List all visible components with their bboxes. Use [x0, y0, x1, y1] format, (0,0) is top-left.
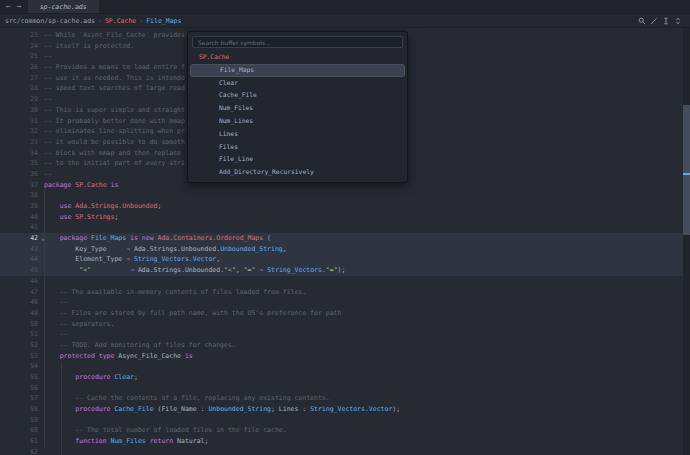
symbol-palette: SP.CacheFile_MapsClearCache_FileNum_File… — [187, 31, 408, 183]
symbol-item[interactable]: Num_Files — [190, 102, 405, 115]
code-text: use Ada.Strings.Unbounded; — [38, 201, 161, 212]
code-text: function Num_Files return Natural; — [38, 436, 208, 447]
line-number: 39 — [0, 201, 38, 212]
line-number: 51 — [0, 329, 38, 340]
code-text: -- block with mmap and then replace — [38, 148, 185, 159]
code-text: -- Provides a means to load entire f — [38, 62, 185, 73]
code-text: -- use it as needed. This is intende — [38, 73, 185, 84]
code-line[interactable]: 39 use Ada.Strings.Unbounded; — [0, 201, 683, 212]
line-number: 23 — [0, 30, 38, 41]
code-line[interactable]: 56 — [0, 383, 683, 394]
code-text: -- separators. — [38, 319, 114, 330]
code-text: -- This is super simple and straight — [38, 105, 185, 116]
line-number: 35 — [0, 158, 38, 169]
back-arrow-icon[interactable]: ← — [6, 0, 11, 14]
symbol-item[interactable]: Lines — [190, 128, 405, 141]
symbol-item[interactable]: Cache_File — [190, 89, 405, 102]
breadcrumb-package[interactable]: SP.Cache — [105, 17, 136, 25]
code-line[interactable]: 40 use SP.Strings; — [0, 212, 683, 223]
code-line[interactable]: 46 — [0, 276, 683, 287]
breadcrumb-separator: › — [136, 17, 146, 25]
line-number: 24 — [0, 41, 38, 52]
line-number: 58 — [0, 404, 38, 415]
code-text: -- Files are stored by full path name, w… — [38, 308, 341, 319]
scrollbar-cursor-marker — [683, 173, 690, 175]
line-number: 34 — [0, 148, 38, 159]
code-line[interactable]: 44 Element_Type ⇒ String_Vectors.Vector, — [0, 254, 683, 265]
code-text: Key_Type ⇒ Ada.Strings.Unbounded.Unbound… — [38, 244, 287, 255]
line-number: 50 — [0, 319, 38, 330]
code-line[interactable]: 43 Key_Type ⇒ Ada.Strings.Unbounded.Unbo… — [0, 244, 683, 255]
code-line[interactable]: 57 -- Cache the contents of a file, repl… — [0, 393, 683, 404]
line-number: 33 — [0, 137, 38, 148]
symbol-item[interactable]: Clear — [190, 77, 405, 90]
line-number: 45 — [0, 265, 38, 276]
pencil-icon[interactable] — [650, 17, 658, 25]
indent-guide — [61, 362, 62, 455]
line-number: 62 — [0, 447, 38, 455]
line-number: 44 — [0, 254, 38, 265]
code-text: procedure Cache_File (File_Name : Unboun… — [38, 404, 400, 415]
code-text — [38, 447, 44, 455]
line-number: 53 — [0, 351, 38, 362]
code-line[interactable]: 58 procedure Cache_File (File_Name : Unb… — [0, 404, 683, 415]
code-line[interactable]: 47 -- The available in-memory contents o… — [0, 287, 683, 298]
code-line[interactable]: 62 — [0, 447, 683, 455]
code-text: -- The available in-memory contents of f… — [38, 287, 306, 298]
tab-label: sp-cache.ads — [40, 3, 87, 11]
code-line[interactable]: 51 -- — [0, 329, 683, 340]
code-line[interactable]: 59 — [0, 415, 683, 426]
code-line[interactable]: 55 procedure Clear; — [0, 372, 683, 383]
breadcrumb-symbol[interactable]: File_Maps — [146, 17, 181, 25]
indent-guide — [44, 190, 45, 447]
scrollbar-track[interactable] — [683, 28, 690, 455]
symbol-item[interactable]: File_Maps — [190, 64, 405, 77]
symbol-item[interactable]: SP.Cache — [190, 51, 405, 64]
line-number: 41 — [0, 222, 38, 233]
breadcrumb-file-path[interactable]: src/common/sp-cache.ads — [5, 17, 95, 25]
code-line[interactable]: 48 -- — [0, 297, 683, 308]
line-number: 61 — [0, 436, 38, 447]
symbol-item[interactable]: Num_Lines — [190, 115, 405, 128]
code-text: -- While `Async_File_Cache` provides — [38, 30, 185, 41]
symbol-item[interactable]: File_Line — [190, 153, 405, 166]
code-line[interactable]: 49 -- Files are stored by full path name… — [0, 308, 683, 319]
nav-arrows: ← → — [0, 0, 28, 13]
toolbar-icons — [638, 17, 685, 25]
line-number: 56 — [0, 383, 38, 394]
code-text: -- It probably better done with mmap — [38, 116, 185, 127]
line-number: 25 — [0, 51, 38, 62]
symbol-item[interactable]: Add_Directory_Recursively — [190, 166, 405, 179]
tab-sp-cache[interactable]: sp-cache.ads — [28, 0, 99, 13]
line-number: 26 — [0, 62, 38, 73]
code-text: use SP.Strings; — [38, 212, 118, 223]
code-line[interactable]: 54 — [0, 361, 683, 372]
line-number: 38 — [0, 190, 38, 201]
code-line[interactable]: 52 -- TODO: Add monitoring of files for … — [0, 340, 683, 351]
forward-arrow-icon[interactable]: → — [17, 0, 22, 14]
symbol-item[interactable]: Files — [190, 141, 405, 154]
symbol-search-input[interactable] — [192, 36, 403, 48]
code-text: -- Cache the contents of a file, replaci… — [38, 393, 330, 404]
code-line[interactable]: 38 — [0, 190, 683, 201]
line-number: 54 — [0, 361, 38, 372]
line-number: 42 — [0, 233, 38, 244]
code-text: -- The total number of loaded files in t… — [38, 425, 287, 436]
line-number: 48 — [0, 297, 38, 308]
code-line[interactable]: 61 function Num_Files return Natural; — [0, 436, 683, 447]
ibeam-icon[interactable] — [662, 17, 670, 25]
code-line[interactable]: 50 -- separators. — [0, 319, 683, 330]
tab-bar: ← → sp-cache.ads — [0, 0, 690, 14]
code-line[interactable]: 41 — [0, 222, 683, 233]
code-text: -- to the initial part of every stri — [38, 158, 185, 169]
code-line[interactable]: 42⌄ package File_Maps is new Ada.Contain… — [0, 233, 683, 244]
editor-pane[interactable]: 23-- While `Async_File_Cache` provides24… — [0, 28, 690, 455]
search-icon[interactable] — [638, 17, 646, 25]
code-line[interactable]: 60 -- The total number of loaded files i… — [0, 425, 683, 436]
code-text: -- speed text searches of large read — [38, 83, 185, 94]
code-line[interactable]: 45 "<" ⇒ Ada.Strings.Unbounded."<", "=" … — [0, 265, 683, 276]
code-text: -- — [38, 169, 52, 180]
scrollbar-thumb[interactable] — [683, 105, 690, 235]
code-line[interactable]: 53 protected type Async_File_Cache is — [0, 351, 683, 362]
sort-arrows-icon[interactable] — [674, 17, 682, 25]
